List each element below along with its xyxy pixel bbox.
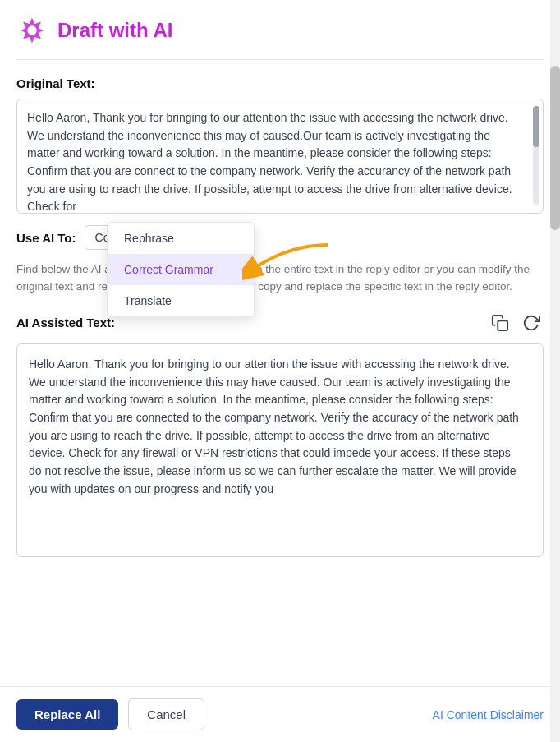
dropdown-item-translate[interactable]: Translate: [108, 285, 254, 316]
header: Draft with AI: [16, 0, 544, 60]
dropdown-item-correct-grammar[interactable]: Correct Grammar: [108, 254, 254, 285]
ai-text-content: Hello Aaron, Thank you for bringing to o…: [29, 356, 531, 499]
main-container: Draft with AI Original Text: Hello Aaron…: [0, 0, 560, 742]
original-text-scrollbar: [533, 106, 539, 205]
original-text-area[interactable]: Hello Aaron, Thank you for bringing to o…: [16, 99, 544, 214]
dropdown-item-rephrase[interactable]: Rephrase: [108, 223, 254, 254]
ai-header-icons: [488, 311, 544, 335]
ai-assisted-header-row: AI Assisted Text:: [16, 311, 544, 335]
use-ai-row: Use AI To: Correct Grammar Rephrase Tran…: [16, 225, 544, 250]
original-text-scrollbar-thumb: [533, 106, 539, 147]
page-title: Draft with AI: [57, 19, 172, 42]
svg-point-0: [27, 25, 36, 35]
use-ai-label: Use AI To:: [16, 231, 76, 245]
original-text-label: Original Text:: [16, 76, 544, 90]
ai-content-disclaimer-link[interactable]: AI Content Disclaimer: [433, 708, 544, 721]
ai-text-area[interactable]: Hello Aaron, Thank you for bringing to o…: [16, 343, 544, 557]
copy-icon: [491, 314, 509, 332]
page-scrollbar-thumb[interactable]: [550, 66, 560, 230]
cancel-button[interactable]: Cancel: [128, 698, 204, 730]
app-logo-icon: [16, 15, 48, 46]
refresh-button[interactable]: [519, 311, 544, 335]
refresh-icon: [522, 314, 540, 332]
original-text-content: Hello Aaron, Thank you for bringing to o…: [27, 109, 533, 214]
ai-action-dropdown[interactable]: Rephrase Correct Grammar Translate: [107, 222, 255, 317]
svg-rect-2: [498, 320, 507, 330]
page-scrollbar-track: [550, 0, 560, 742]
bottom-bar: Replace All Cancel AI Content Disclaimer: [0, 686, 560, 742]
copy-button[interactable]: [488, 311, 512, 335]
replace-all-button[interactable]: Replace All: [16, 699, 118, 730]
description-text: Find below the AI assisted text. Choose …: [16, 261, 544, 296]
ai-assisted-label: AI Assisted Text:: [16, 316, 115, 330]
